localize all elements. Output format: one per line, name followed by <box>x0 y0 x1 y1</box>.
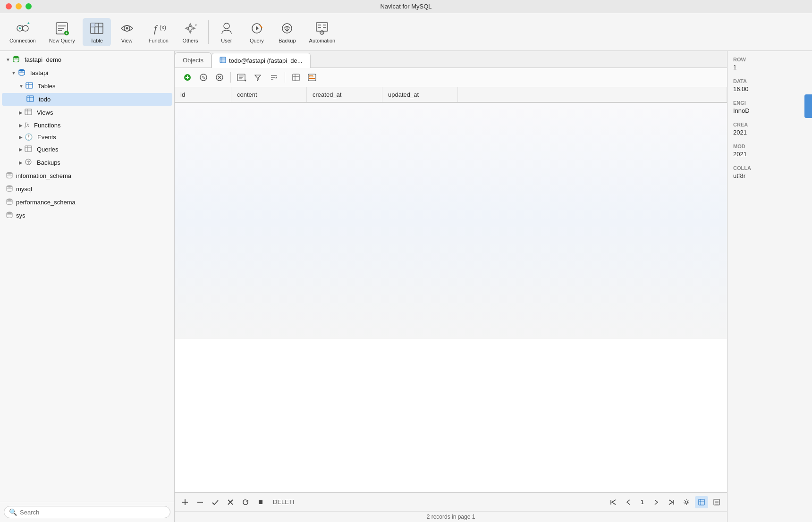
confirm-button[interactable] <box>209 496 222 508</box>
user-label: User <box>221 38 232 43</box>
records-info-text: 2 records in page 1 <box>427 514 475 520</box>
next-page-button[interactable] <box>650 496 663 508</box>
svg-point-52 <box>7 185 12 188</box>
last-page-button[interactable] <box>665 496 678 508</box>
search-box[interactable]: 🔍 <box>4 506 170 518</box>
first-page-button[interactable] <box>607 496 620 508</box>
svg-rect-88 <box>259 500 262 504</box>
search-input[interactable] <box>20 509 165 516</box>
toolbar-automation[interactable]: ⏱ Automation <box>304 18 341 46</box>
sidebar-item-mysql[interactable]: mysql <box>2 183 172 195</box>
sidebar-item-sys[interactable]: sys <box>2 209 172 222</box>
toolbar-user[interactable]: User <box>212 18 241 46</box>
cancel-edit-button[interactable] <box>224 496 237 508</box>
filter-button[interactable] <box>251 71 265 84</box>
sidebar-item-functions[interactable]: ▶ fx Functions <box>2 119 172 131</box>
svg-point-3 <box>19 27 21 29</box>
sql-button[interactable]: ▾ <box>235 71 249 84</box>
sidebar-item-tables[interactable]: ▼ Tables <box>2 80 172 93</box>
toolbar-view[interactable]: View <box>113 18 141 46</box>
svg-text:f: f <box>154 23 158 34</box>
col-extra <box>458 87 727 102</box>
sidebar-item-backups[interactable]: ▶ Backups <box>2 156 172 169</box>
add-record-button[interactable] <box>180 71 195 84</box>
edit-record-button[interactable]: ✎ <box>196 71 211 84</box>
sidebar-label-sys: sys <box>16 212 25 219</box>
toolbar-connection[interactable]: + Connection <box>4 18 42 46</box>
sidebar-item-fastapi[interactable]: ▼ fastapi <box>2 67 172 79</box>
sidebar-search-area: 🔍 <box>0 502 174 522</box>
prev-page-button[interactable] <box>622 496 635 508</box>
toolbar-function[interactable]: f (x) Function <box>143 18 174 46</box>
toolbar-others[interactable]: ▾ Others <box>176 18 204 46</box>
tab-todo-label: todo@fastapi (fastapi_de... <box>229 57 303 64</box>
db-icon-fastapi <box>18 68 25 77</box>
col-id: id <box>175 87 231 102</box>
sidebar-item-fastapi-demo[interactable]: ▼ fastapi_demo <box>2 53 172 66</box>
window-controls[interactable] <box>6 3 32 9</box>
expand-arrow-events: ▶ <box>19 135 23 140</box>
settings-button[interactable] <box>680 496 693 508</box>
refresh-button[interactable] <box>239 496 252 508</box>
backup-label: Backup <box>279 38 296 43</box>
sidebar-item-events[interactable]: ▶ 🕐 Events <box>2 131 172 143</box>
add-row-button[interactable] <box>178 496 192 508</box>
db-icon-sys <box>6 211 13 220</box>
grid-view-toggle[interactable] <box>695 496 708 508</box>
svg-text:⏱: ⏱ <box>321 31 324 34</box>
panel-label-engi: Engi <box>733 100 806 106</box>
panel-label-crea: Crea <box>733 122 806 127</box>
records-info: 2 records in page 1 <box>175 511 727 522</box>
function-label: Function <box>149 38 169 43</box>
svg-point-32 <box>13 56 19 59</box>
toolbar-table[interactable]: Table <box>83 18 111 46</box>
svg-rect-39 <box>27 96 34 101</box>
expand-arrow-fastapi-demo: ▼ <box>6 57 10 62</box>
panel-section-mod: Mod 2021 <box>733 143 806 158</box>
sidebar-label-queries: Queries <box>37 146 59 153</box>
tab-objects[interactable]: Objects <box>175 52 211 67</box>
tab-objects-label: Objects <box>183 57 203 64</box>
sidebar-item-queries[interactable]: ▶ Queries <box>2 143 172 156</box>
toolbar-new-query[interactable]: + New Query <box>43 18 81 46</box>
maximize-button[interactable] <box>25 3 32 9</box>
toolbar-backup[interactable]: Backup <box>273 18 302 46</box>
toolbar-query[interactable]: Query <box>243 18 271 46</box>
sidebar-item-information-schema[interactable]: information_schema <box>2 169 172 182</box>
right-tab-indicator[interactable] <box>804 94 812 118</box>
sidebar-item-views[interactable]: ▶ Views <box>2 106 172 119</box>
minimize-button[interactable] <box>16 3 22 9</box>
list-view-toggle[interactable] <box>710 496 723 508</box>
view-icon <box>119 21 135 36</box>
table-icon <box>89 21 104 36</box>
form-view-button[interactable] <box>305 71 319 84</box>
stop-button[interactable] <box>254 496 267 508</box>
backups-icon <box>25 158 32 167</box>
grid-view-button[interactable] <box>289 71 303 84</box>
expand-arrow-queries: ▶ <box>19 147 23 152</box>
tab-todo-table[interactable]: todo@fastapi (fastapi_de... <box>211 53 311 68</box>
db-icon-fastapi-demo <box>12 55 20 64</box>
remove-row-button[interactable] <box>194 496 207 508</box>
page-number: 1 <box>637 498 648 505</box>
delete-record-button[interactable] <box>212 71 227 84</box>
svg-rect-45 <box>25 146 32 152</box>
grid-header: id content created_at updated_at <box>175 87 727 103</box>
sidebar-label-mysql: mysql <box>16 185 32 193</box>
query-label: Query <box>250 38 264 43</box>
expand-arrow-tables: ▼ <box>19 84 24 89</box>
sidebar-item-performance-schema[interactable]: performance_schema <box>2 196 172 209</box>
sort-button[interactable] <box>267 71 281 84</box>
sidebar-content: ▼ fastapi_demo ▼ fastapi ▼ Ta <box>0 51 174 502</box>
svg-point-50 <box>7 172 12 175</box>
svg-point-20 <box>188 26 192 30</box>
function-icon: f (x) <box>151 21 166 36</box>
panel-label-colla: Colla <box>733 165 806 171</box>
others-label: Others <box>182 38 198 43</box>
close-button[interactable] <box>6 3 12 9</box>
expand-arrow-views: ▶ <box>19 110 23 115</box>
view-label: View <box>121 38 133 43</box>
svg-rect-25 <box>316 23 328 31</box>
bottom-bar: DELETI 1 <box>175 492 727 511</box>
sidebar-item-todo[interactable]: todo <box>2 93 172 106</box>
